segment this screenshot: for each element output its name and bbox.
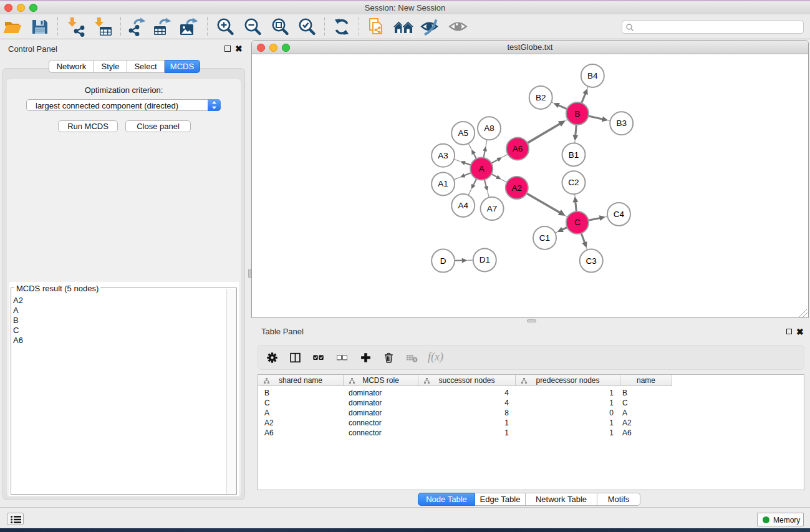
svg-text:B1: B1 [569, 150, 579, 160]
svg-text:C1: C1 [539, 233, 550, 243]
svg-text:A7: A7 [487, 204, 498, 213]
svg-text:B2: B2 [536, 93, 546, 102]
svg-text:B: B [574, 109, 580, 118]
svg-text:C4: C4 [614, 210, 625, 219]
svg-text:A1: A1 [438, 179, 448, 188]
svg-text:B3: B3 [616, 118, 627, 128]
svg-text:D: D [440, 256, 446, 266]
svg-text:D1: D1 [480, 255, 490, 264]
svg-text:C2: C2 [568, 178, 579, 187]
svg-text:A8: A8 [484, 123, 494, 133]
svg-text:C3: C3 [586, 256, 597, 266]
svg-text:C: C [574, 218, 581, 227]
svg-text:A6: A6 [513, 144, 523, 153]
svg-text:A: A [479, 164, 485, 173]
svg-text:A4: A4 [458, 201, 468, 210]
svg-text:A2: A2 [512, 183, 523, 193]
svg-text:A5: A5 [458, 128, 468, 138]
svg-text:A3: A3 [438, 151, 448, 160]
svg-text:B4: B4 [587, 71, 598, 80]
